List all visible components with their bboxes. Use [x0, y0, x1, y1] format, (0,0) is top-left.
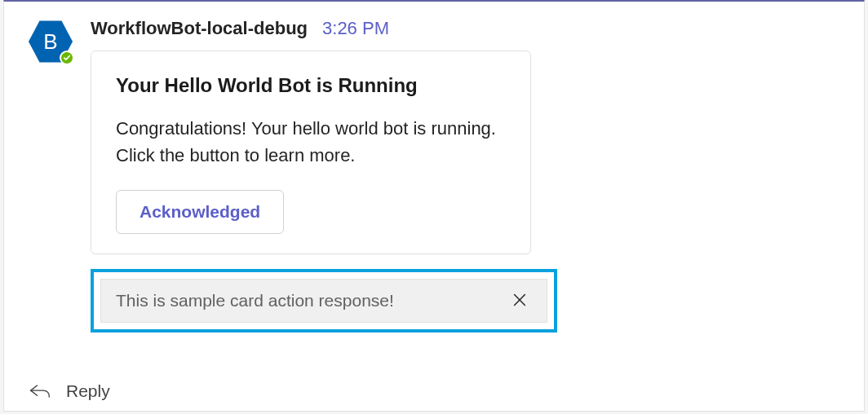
- action-response-toast: This is sample card action response!: [100, 279, 547, 323]
- action-response-highlight: This is sample card action response!: [91, 269, 557, 333]
- reply-label: Reply: [66, 381, 110, 401]
- reply-bar[interactable]: Reply: [4, 371, 864, 411]
- acknowledged-button[interactable]: Acknowledged: [116, 190, 284, 234]
- avatar-initial: B: [43, 29, 57, 55]
- bot-message: B WorkflowBot-local-debug 3:26 PM Your H…: [4, 18, 864, 333]
- chat-thread: B WorkflowBot-local-debug 3:26 PM Your H…: [3, 0, 865, 412]
- reply-icon: [29, 381, 51, 401]
- avatar-container: B: [29, 20, 73, 64]
- adaptive-card: Your Hello World Bot is Running Congratu…: [91, 51, 531, 254]
- message-body: WorkflowBot-local-debug 3:26 PM Your Hel…: [91, 18, 839, 333]
- close-icon: [511, 291, 529, 311]
- message-timestamp: 3:26 PM: [322, 18, 389, 39]
- presence-available-icon: [60, 51, 74, 65]
- card-body-text: Congratulations! Your hello world bot is…: [116, 115, 506, 169]
- sender-name: WorkflowBot-local-debug: [91, 18, 308, 39]
- card-title: Your Hello World Bot is Running: [116, 74, 506, 97]
- message-header: WorkflowBot-local-debug 3:26 PM: [91, 18, 839, 39]
- toast-text: This is sample card action response!: [116, 291, 394, 310]
- close-button[interactable]: [507, 288, 532, 315]
